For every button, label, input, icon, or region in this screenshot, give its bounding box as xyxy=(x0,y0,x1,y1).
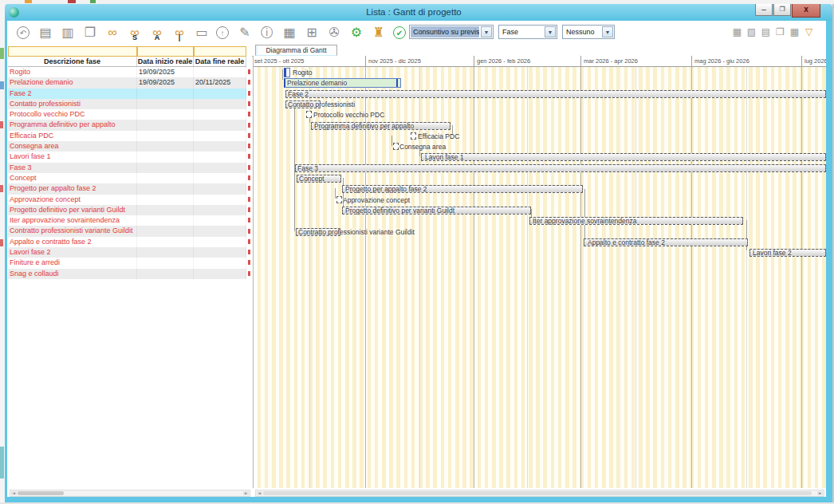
filter-icon[interactable]: ▽ xyxy=(803,26,815,38)
window-title: Lista : Gantt di progetto xyxy=(0,7,828,17)
table-row[interactable]: Progetto per appalto fase 2 xyxy=(8,183,246,194)
search-column-icon-overlay: | xyxy=(171,29,187,46)
info-icon[interactable]: ⓘ xyxy=(259,24,275,41)
phase-description-cell: Lavori fase 2 xyxy=(8,247,137,258)
table-row[interactable]: Progetto definitivo per varianti Guildt xyxy=(8,205,246,215)
close-button[interactable]: x xyxy=(792,4,820,18)
group-select[interactable]: Fase ▼ xyxy=(498,25,557,39)
scroll-left-icon[interactable]: ◂ xyxy=(11,491,17,495)
grid-export-icon[interactable]: ▧ xyxy=(745,26,757,38)
copy-run-icon[interactable]: ❐ xyxy=(82,24,98,41)
gantt-bar-label: Contratto professionisti variante Guildi… xyxy=(298,228,415,236)
gantt-bar[interactable] xyxy=(284,68,290,77)
gantt-bar[interactable] xyxy=(393,143,399,150)
row-marker-icon xyxy=(248,144,250,148)
back-icon[interactable]: ↶ xyxy=(17,26,30,39)
maximize-button[interactable]: ❐ xyxy=(773,4,791,16)
gantt-bar-label: Consegna area xyxy=(399,143,446,151)
minimize-button[interactable]: – xyxy=(755,4,773,16)
start-date-cell xyxy=(137,89,194,99)
gantt-bar[interactable] xyxy=(285,90,826,98)
gears-icon[interactable]: ⚙ xyxy=(348,24,364,41)
gantt-bar[interactable] xyxy=(421,153,826,161)
table-row[interactable]: Iter approvazione sovraintendenza xyxy=(8,215,246,226)
timeline-separator xyxy=(474,56,474,67)
table-row[interactable]: Protocollo vecchio PDC xyxy=(8,109,246,120)
save-icon[interactable]: ▤ xyxy=(37,24,53,41)
table-hscroll-thumb[interactable] xyxy=(18,491,64,495)
table-row[interactable]: Prelazione demanio19/09/202520/11/2025 xyxy=(8,77,246,88)
tab-diagramma-di-gantt[interactable]: Diagramma di Gantt xyxy=(255,45,337,56)
chevron-down-icon[interactable]: ▼ xyxy=(545,26,556,37)
scroll-right-icon[interactable]: ▸ xyxy=(243,491,249,495)
gantt-bar-label: Fase 3 xyxy=(297,164,318,172)
chevron-down-icon[interactable]: ▼ xyxy=(602,26,613,37)
row-marker-icon xyxy=(248,175,250,180)
table-row[interactable]: Lavori fase 2 xyxy=(8,247,246,258)
table-row[interactable]: Finiture e arredi xyxy=(8,258,246,268)
scroll-right-icon[interactable]: ▸ xyxy=(817,491,823,495)
search-all-icon[interactable]: ∞A xyxy=(149,24,165,41)
chevron-down-icon[interactable]: ▼ xyxy=(481,26,492,37)
grid-view-icon[interactable]: ▦ xyxy=(789,26,801,38)
detail-select[interactable]: Nessuno ▼ xyxy=(562,25,615,39)
row-marker-icon xyxy=(248,112,250,116)
filter-input-end[interactable] xyxy=(194,47,246,56)
start-date-cell xyxy=(137,163,194,173)
grid-collapse-icon[interactable]: ▦ xyxy=(731,26,743,38)
gantt-bar[interactable] xyxy=(306,111,312,118)
gantt-hscroll-thumb[interactable] xyxy=(263,491,812,495)
calendar-icon[interactable]: ▦ xyxy=(281,24,297,41)
gantt-hscrollbar[interactable]: ◂ ▸ xyxy=(255,490,824,497)
view-mode-select[interactable]: Consuntivo su previsionale ▼ xyxy=(409,25,494,39)
scroll-left-icon[interactable]: ◂ xyxy=(257,491,262,495)
end-date-cell xyxy=(194,173,246,183)
bank-icon[interactable]: ♜ xyxy=(371,24,387,41)
upload-icon[interactable]: ↑ xyxy=(216,26,229,39)
gantt-bar-label: Fase 2 xyxy=(288,90,309,98)
table-row[interactable]: Approvazione concept xyxy=(8,195,246,205)
approve-icon[interactable]: ✔ xyxy=(393,26,406,39)
gantt-bar[interactable] xyxy=(295,164,826,172)
start-date-cell: 19/09/2025 xyxy=(137,77,194,88)
filter-input-start[interactable] xyxy=(137,47,194,56)
table-row[interactable]: Contratto professionisti variante Guildi… xyxy=(8,226,246,236)
gantt-bar-label: Lavori fase 1 xyxy=(425,153,464,161)
table-row[interactable]: Appalto e contratto fase 2 xyxy=(8,237,246,247)
gantt-bar[interactable] xyxy=(336,196,342,203)
table-row[interactable]: Fase 2 xyxy=(8,89,246,99)
row-marker-icon xyxy=(248,197,250,202)
column-header-start[interactable]: Data inizio reale xyxy=(137,57,194,66)
edit-doc-icon[interactable]: ✎ xyxy=(237,24,253,41)
search-next-icon[interactable]: ∞S xyxy=(127,24,143,41)
save-add-icon[interactable]: ▥ xyxy=(60,24,76,41)
table-row[interactable]: Consegna area xyxy=(8,141,246,152)
monitor-icon[interactable]: ▭ xyxy=(194,24,210,41)
gantt-bar-label: Protocollo vecchio PDC xyxy=(313,111,384,119)
column-header-desc[interactable]: Descrizione fase xyxy=(8,57,137,66)
table-row[interactable]: Programma definitivo per appalto xyxy=(8,120,246,130)
grid-add-icon[interactable]: ▤ xyxy=(760,26,772,38)
column-header-end[interactable]: Data fine reale xyxy=(194,57,246,66)
gantt-bar-label: Efficacia PDC xyxy=(418,132,459,140)
end-date-cell xyxy=(194,99,246,109)
table-hscrollbar[interactable]: ◂ ▸ xyxy=(10,490,250,497)
period-gridline xyxy=(365,67,366,488)
table-row[interactable]: Efficacia PDC xyxy=(8,131,246,141)
table-row[interactable]: Lavori fase 1 xyxy=(8,152,246,162)
filter-input-desc[interactable] xyxy=(8,47,137,56)
values-grid-icon[interactable]: ⊞ xyxy=(304,24,320,41)
start-date-cell xyxy=(137,215,194,226)
gantt-bar-label: Prelazione demanio xyxy=(287,79,347,87)
paperclip-icon[interactable]: ✇ xyxy=(326,24,342,41)
table-row[interactable]: Snag e collaudi xyxy=(8,269,246,279)
table-row[interactable]: Rogito19/09/2025 xyxy=(8,67,246,77)
search-icon[interactable]: ∞ xyxy=(104,24,120,41)
clipboard-icon[interactable]: ❐ xyxy=(774,26,786,38)
search-column-icon[interactable]: ∞| xyxy=(171,24,187,41)
period-gridline xyxy=(801,67,802,488)
table-row[interactable]: Contatto professionisti xyxy=(8,99,246,109)
gantt-bar[interactable] xyxy=(411,132,416,140)
table-row[interactable]: Concept xyxy=(8,173,246,183)
table-row[interactable]: Fase 3 xyxy=(8,163,246,173)
